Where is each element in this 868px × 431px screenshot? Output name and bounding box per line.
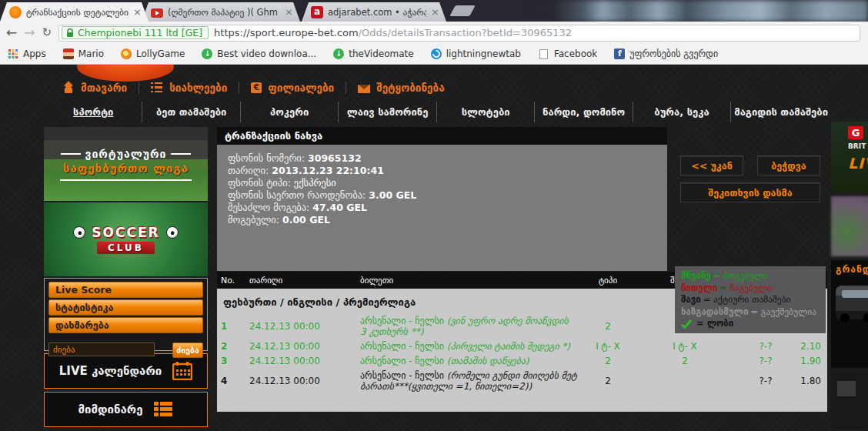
- bookmark-label: უფროსების გვერდი: [629, 48, 718, 59]
- tab-close-icon[interactable]: [431, 7, 440, 17]
- suv-car-image: [836, 286, 868, 319]
- bookmark-label: Best video downloa...: [217, 48, 316, 59]
- action-buttons: << უკან ბეჭდვა შეკითხვის დასმა: [680, 155, 820, 202]
- browser-tab[interactable]: (ღმერთო მაპატიე )( Ghm: [142, 2, 300, 22]
- match-name: არსენალი - ჩელსი: [360, 316, 444, 326]
- search-input[interactable]: [48, 342, 155, 356]
- table-row[interactable]: 3 24.12.13 00:00 არსენალი - ჩელსი (თამაშ…: [217, 356, 827, 366]
- subnav-item[interactable]: ლაივ სამორინე: [338, 102, 436, 122]
- cell-no: 1: [217, 321, 240, 332]
- main-nav-item[interactable]: მთავარი: [51, 82, 139, 94]
- legend-value: = წაგებული: [720, 282, 773, 295]
- subnav-item[interactable]: პოკერი: [240, 102, 338, 122]
- transaction-field: თარიღი: 2013.12.23 22:10:41: [228, 165, 667, 177]
- grand-prize-banner[interactable]: გრანდ: [831, 260, 868, 368]
- soccer-club-title: SOCCER: [92, 225, 159, 240]
- bookmark-label: Apps: [23, 48, 46, 59]
- sidebar-link[interactable]: Live Score: [48, 282, 203, 298]
- blurred-banner[interactable]: [831, 196, 868, 256]
- bookmark-icon: [333, 48, 344, 59]
- nav-label: სიახლეები: [169, 82, 227, 94]
- tab-favicon: [151, 8, 163, 18]
- cell-date: 24.12.13 00:00: [240, 321, 354, 332]
- browser-tab[interactable]: adjarabet.com • აჭარაბეთ: [302, 2, 446, 22]
- bookmark-item[interactable]: Facebook: [538, 48, 597, 59]
- bookmark-item[interactable]: Mario: [63, 48, 104, 59]
- bookmark-item[interactable]: Apps: [8, 48, 46, 59]
- europebet-logo[interactable]: [77, 65, 174, 82]
- search-button[interactable]: ძიება: [172, 342, 203, 358]
- subnav-item[interactable]: სპორტი: [45, 102, 142, 122]
- browser-tab[interactable]: ტრანსაქციის დეტალები: [0, 2, 149, 22]
- main-nav-item[interactable]: სიახლეები: [139, 82, 239, 94]
- address-bar[interactable]: Chempionebi 111 ltd [GE] https://sport.e…: [58, 25, 860, 42]
- subnav-item[interactable]: ბურა, სეკა: [633, 102, 730, 122]
- nav-icon: [151, 82, 163, 93]
- cell-ticket: არსენალი - ჩელსი (ვინ უფრო ადრე მოაწვდის…: [354, 316, 577, 337]
- soccer-club-banner[interactable]: SOCCER CLUB: [44, 202, 208, 276]
- tab-close-icon[interactable]: [285, 7, 294, 17]
- legend-key: მწვანე: [681, 270, 711, 282]
- legend-key: წითელი: [681, 282, 718, 295]
- transaction-panel: ფსონის ნომერი: 30965132 თარიღი: 2013.12.…: [217, 145, 667, 271]
- legend-value: = ლობი: [696, 318, 733, 330]
- soccer-ball-icon: [166, 226, 179, 239]
- main-nav-item[interactable]: შეტყობინება: [346, 82, 456, 94]
- cell-score: ?-?: [731, 376, 800, 386]
- field-label: შესაძლო მოგება:: [228, 202, 309, 213]
- bookmarks-bar: Apps Mario LollyGame Best video downloa.…: [0, 44, 868, 65]
- banner-text: BRIT: [848, 142, 868, 150]
- tabs: (ღმერთო მაპატიე )( Ghm adjarabet.com • ა…: [0, 0, 868, 22]
- field-value: 47.40 GEL: [312, 202, 367, 213]
- ev-certificate-badge[interactable]: Chempionebi 111 ltd [GE]: [62, 26, 209, 39]
- match-name: არსენალი - ჩელსი: [360, 370, 444, 381]
- bottom-banner[interactable]: [831, 372, 868, 429]
- url-host: https://sport.europe-bet.com: [214, 27, 359, 38]
- bookmark-item[interactable]: theVideomate: [333, 48, 413, 59]
- cell-no: 4: [217, 376, 240, 386]
- subnav-item[interactable]: მაგიდის თამაშები: [730, 102, 831, 122]
- cell-score: ?-?: [731, 356, 800, 366]
- left-sidebar: ვირტუალური საფეხბურთო ლიგა SOCCER CLUB L…: [44, 127, 208, 427]
- current-games-button[interactable]: მიმდინარე: [44, 392, 208, 427]
- back-icon[interactable]: ←: [6, 26, 17, 39]
- cell-date: 24.12.13 00:00: [240, 341, 354, 352]
- cell-result: 2: [639, 356, 731, 366]
- sub-navigation: სპორტი ბეთ თამაშები პოკერი ლაივ სამორინე…: [45, 102, 831, 122]
- sidebar-link[interactable]: სტატისტიკა: [48, 299, 203, 316]
- forward-icon[interactable]: →: [24, 26, 35, 39]
- cell-ticket: არსენალი - ჩელსი (თამაშის დაწყება): [354, 356, 577, 366]
- table-row[interactable]: 2 24.12.13 00:00 არსენალი - ჩელსი (პირვე…: [217, 341, 827, 352]
- cell-coef: 1.90: [800, 356, 827, 366]
- british-live-banner[interactable]: G BRIT LIVE: [831, 122, 868, 192]
- transaction-panel-title: ტრანზაქციის ნახვა: [217, 127, 667, 145]
- reload-icon[interactable]: ↻: [42, 27, 52, 38]
- tab-title: adjarabet.com • აჭარაბეთ: [328, 7, 426, 18]
- live-calendar-button[interactable]: LIVE კალენდარი: [44, 353, 208, 389]
- print-button[interactable]: ბეჭდვა: [757, 155, 820, 175]
- bookmark-item[interactable]: უფროსების გვერდი: [614, 48, 718, 59]
- field-label: მოგებული:: [228, 214, 279, 226]
- ask-question-button[interactable]: შეკითხვის დასმა: [680, 182, 820, 202]
- virtual-league-banner[interactable]: ვირტუალური საფეხბურთო ლიგა: [44, 127, 208, 201]
- nav-icon: [251, 82, 262, 93]
- field-value: 3.00 GEL: [369, 189, 416, 201]
- live-calendar-label: LIVE კალენდარი: [59, 364, 162, 378]
- tab-close-icon[interactable]: [133, 7, 142, 17]
- main-nav-item[interactable]: ფილიალები: [239, 82, 346, 94]
- bookmark-item[interactable]: lightningnewtab: [431, 48, 521, 59]
- tab-strip: (ღმერთო მაპატიე )( Ghm adjarabet.com • ა…: [0, 0, 868, 22]
- subnav-item[interactable]: ნარდი, დომინო: [534, 102, 632, 122]
- subnav-item[interactable]: სლოტები: [436, 102, 534, 122]
- sidebar-link[interactable]: დახმარება: [48, 317, 203, 333]
- ev-badge-text: Chempionebi 111 ltd [GE]: [78, 27, 202, 38]
- bookmark-label: Facebook: [554, 48, 597, 59]
- back-button[interactable]: << უკან: [680, 155, 743, 175]
- url-path: /Odds/detailsTransaction?betId=30965132: [359, 27, 572, 38]
- subnav-item[interactable]: ბეთ თამაშები: [142, 102, 239, 122]
- sidebar-widget-box: Live Score სტატისტიკა დახმარება ძიება: [44, 278, 208, 351]
- table-row[interactable]: 4 24.12.13 00:00 არსენალი - ჩელსი (რომელ…: [217, 370, 827, 392]
- bookmark-item[interactable]: LollyGame: [121, 48, 185, 59]
- bookmark-item[interactable]: Best video downloa...: [202, 48, 316, 59]
- cell-coef: 1.80: [800, 376, 827, 386]
